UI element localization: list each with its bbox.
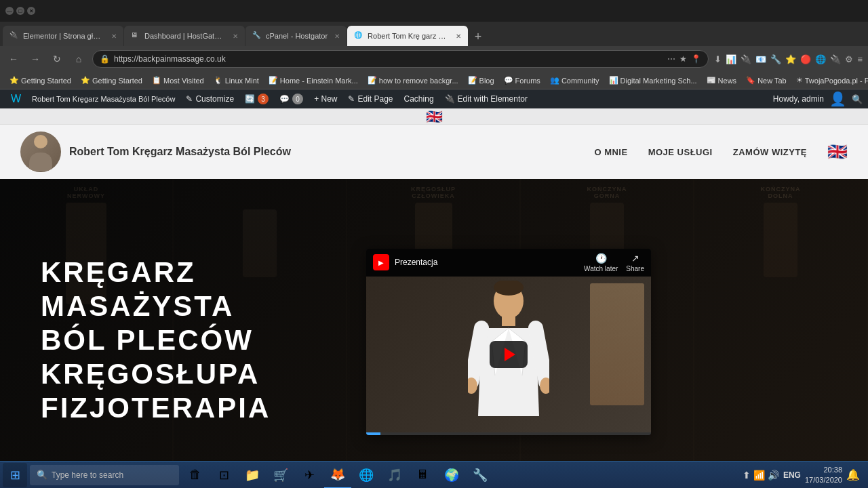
logo-avatar-svg bbox=[24, 134, 58, 171]
tab-hostgator[interactable]: 🖥 Dashboard | HostGator Billing... ✕ bbox=[124, 26, 245, 46]
wp-customize[interactable]: ✎ Customize bbox=[180, 89, 239, 108]
video-anatomy-chart bbox=[590, 283, 644, 405]
bookmark-twojapogoda[interactable]: ☀TwojaPogoda.pl - Pog... bbox=[792, 75, 868, 86]
admin-avatar[interactable]: 👤 bbox=[829, 91, 846, 107]
comments-count: 0 bbox=[292, 94, 303, 104]
wp-logo-item[interactable]: W bbox=[5, 89, 26, 108]
tab-close-button[interactable]: ✕ bbox=[111, 33, 117, 40]
forward-button[interactable]: → bbox=[27, 51, 43, 67]
clock-display[interactable]: 20:38 17/03/2020 bbox=[805, 465, 842, 485]
bookmark-forums[interactable]: 💬Forums bbox=[500, 75, 545, 86]
taskbar-icons: 🗑 ⊡ 📁 🛒 ✈ 🦊 🌐 🎵 🖩 🌍 🔧 bbox=[182, 462, 494, 489]
taskbar-icon-firefox[interactable]: 🦊 bbox=[324, 462, 351, 489]
svg-rect-3 bbox=[502, 316, 515, 326]
taskbar-icon-mail[interactable]: ✈ bbox=[296, 462, 323, 489]
wp-elementor[interactable]: 🔌 Edit with Elementor bbox=[439, 89, 533, 108]
wp-comments[interactable]: 💬 0 bbox=[274, 89, 309, 108]
video-thumbnail[interactable] bbox=[366, 277, 651, 432]
watch-later-button[interactable]: 🕐 Watch later bbox=[584, 253, 618, 272]
minimize-button[interactable]: — bbox=[5, 7, 14, 15]
wp-site-name[interactable]: Robert Tom Kręgarz Masażysta Ból Pleców bbox=[26, 89, 180, 108]
close-button[interactable]: ✕ bbox=[27, 7, 35, 15]
watch-later-label: Watch later bbox=[584, 265, 618, 272]
video-actions: 🕐 Watch later ↗ Share bbox=[584, 253, 644, 272]
taskbar-icon-taskview[interactable]: ⊡ bbox=[210, 462, 237, 489]
taskbar-icon-cortana[interactable]: 🗑 bbox=[182, 462, 209, 489]
bookmark-news[interactable]: 📰News bbox=[703, 75, 741, 86]
wp-caching[interactable]: Caching bbox=[399, 89, 439, 108]
title-bar-left: — □ ✕ bbox=[5, 7, 35, 15]
window-controls: — □ ✕ bbox=[5, 7, 35, 15]
taskbar-icon-music[interactable]: 🎵 bbox=[381, 462, 408, 489]
howdy-text: Howdy, admin bbox=[768, 94, 829, 104]
tab-elementor[interactable]: 🔌 Elementor | Strona główna ✕ bbox=[3, 26, 123, 46]
video-progress-bar[interactable] bbox=[366, 432, 651, 435]
nav-o-mnie[interactable]: O MNIE bbox=[594, 147, 627, 157]
taskbar-icon-calc[interactable]: 🖩 bbox=[410, 462, 437, 489]
taskbar-icon-store[interactable]: 🛒 bbox=[267, 462, 294, 489]
taskbar-search[interactable]: 🔍 Type here to search bbox=[30, 465, 179, 485]
wp-updates[interactable]: 🔄 3 bbox=[239, 89, 274, 108]
back-button[interactable]: ← bbox=[5, 51, 22, 67]
edit-page-label: Edit Page bbox=[357, 94, 393, 104]
comments-icon: 💬 bbox=[279, 94, 290, 104]
taskbar-icon-maps[interactable]: 🌍 bbox=[438, 462, 465, 489]
url-icons: ⋯ ★ 📍 bbox=[667, 54, 701, 64]
wp-edit-page[interactable]: ✎ Edit Page bbox=[342, 89, 398, 108]
site-title: Robert Tom Kręgarz Masażysta Ból Pleców bbox=[69, 146, 291, 158]
url-text: https://backpainmassage.co.uk bbox=[114, 54, 663, 64]
tray-upload-icon[interactable]: ⬆ bbox=[743, 470, 751, 481]
bookmark-community[interactable]: 👥Community bbox=[546, 75, 604, 86]
customize-label: Customize bbox=[195, 94, 234, 104]
wp-bar-right: Howdy, admin 👤 🔍 bbox=[768, 91, 863, 107]
caching-label: Caching bbox=[404, 94, 434, 104]
play-button[interactable] bbox=[490, 341, 528, 368]
taskbar-icon-browser[interactable]: 🌐 bbox=[353, 462, 380, 489]
date-text: 17/03/2020 bbox=[805, 475, 842, 485]
refresh-button[interactable]: ↻ bbox=[49, 51, 65, 67]
tab-cpanel[interactable]: 🔧 cPanel - Hostgator ✕ bbox=[245, 26, 347, 46]
share-button[interactable]: ↗ Share bbox=[626, 253, 644, 272]
taskbar-search-icon: 🔍 bbox=[37, 470, 47, 480]
hero-heading: KRĘGARZ MASAŻYSTA BÓL PLECÓW KRĘGOSŁUPA … bbox=[41, 257, 326, 424]
nav-zamow-wizyte[interactable]: ZAMÓW WIZYTĘ bbox=[733, 147, 807, 157]
url-bar[interactable]: 🔒 https://backpainmassage.co.uk ⋯ ★ 📍 bbox=[92, 50, 709, 68]
home-button[interactable]: ⌂ bbox=[71, 51, 87, 67]
taskbar-search-placeholder: Type here to search bbox=[52, 470, 123, 480]
wp-new[interactable]: + New bbox=[309, 89, 342, 108]
site-flag-nav[interactable]: 🇬🇧 bbox=[827, 142, 848, 161]
hero-line-3: BÓL PLECÓW bbox=[41, 325, 326, 356]
tab-close-active-button[interactable]: ✕ bbox=[456, 33, 461, 40]
bookmark-blog[interactable]: 📝Blog bbox=[464, 75, 498, 86]
bookmark-remove-bg[interactable]: 📝how to remove backgr... bbox=[363, 75, 462, 86]
start-button[interactable]: ⊞ bbox=[3, 463, 27, 487]
bookmark-digital-marketing[interactable]: 📊Digital Marketing Sch... bbox=[605, 75, 701, 86]
logo-image bbox=[20, 131, 61, 172]
hero-line-2: MASAŻYSTA bbox=[41, 291, 326, 322]
wp-logo-icon: W bbox=[11, 93, 21, 105]
bookmark-einstein[interactable]: 📝Home - Einstein Mark... bbox=[264, 75, 362, 86]
title-bar: — □ ✕ bbox=[0, 0, 868, 22]
bookmark-new-tab[interactable]: 🔖New Tab bbox=[742, 75, 791, 86]
tray-network-icon[interactable]: 📶 bbox=[753, 470, 765, 481]
taskbar-icon-explorer[interactable]: 📁 bbox=[239, 462, 266, 489]
video-player: ▶ Prezentacja 🕐 Watch later ↗ Share bbox=[366, 249, 651, 435]
maximize-button[interactable]: □ bbox=[16, 7, 24, 15]
tray-volume-icon[interactable]: 🔊 bbox=[768, 470, 779, 481]
new-tab-button[interactable]: + bbox=[469, 27, 488, 46]
tab-website-active[interactable]: 🌐 Robert Tom Krę garz Masażysta Bó... ✕ bbox=[347, 26, 468, 46]
language-badge[interactable]: ENG bbox=[783, 470, 801, 480]
updates-icon: 🔄 bbox=[245, 94, 255, 104]
bookmark-getting-started-2[interactable]: ⭐Getting Started bbox=[77, 75, 146, 86]
bookmark-most-visited[interactable]: 📋Most Visited bbox=[148, 75, 208, 86]
taskbar-icon-settings[interactable]: 🔧 bbox=[467, 462, 494, 489]
hero-line-5: FIZJOTERAPIA bbox=[41, 392, 326, 424]
address-bar: ← → ↻ ⌂ 🔒 https://backpainmassage.co.uk … bbox=[0, 46, 868, 72]
bookmark-linux-mint[interactable]: 🐧Linux Mint bbox=[210, 75, 263, 86]
tab-close-button[interactable]: ✕ bbox=[233, 33, 238, 40]
bookmark-getting-started-1[interactable]: ⭐Getting Started bbox=[5, 75, 75, 86]
tab-close-button[interactable]: ✕ bbox=[334, 33, 340, 40]
notifications-icon[interactable]: 🔔 bbox=[846, 468, 860, 481]
nav-moje-uslugi[interactable]: MOJE USŁUGI bbox=[648, 147, 713, 157]
search-admin-icon[interactable]: 🔍 bbox=[852, 94, 863, 104]
